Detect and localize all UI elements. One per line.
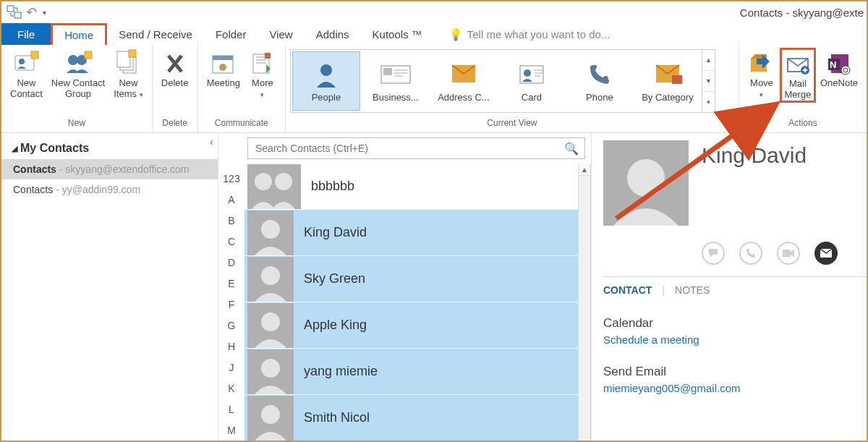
contact-email-link[interactable]: miemieyang005@gmail.com xyxy=(603,382,740,394)
new-items-button[interactable]: New Items ▾ xyxy=(109,48,147,101)
more-communicate-button[interactable]: More▾ xyxy=(244,48,281,101)
contact-row[interactable]: Sky Green xyxy=(244,256,590,302)
alpha-a[interactable]: A xyxy=(218,189,244,210)
tab-contact[interactable]: CONTACT xyxy=(603,284,652,297)
tab-send-receive[interactable]: Send / Receive xyxy=(107,23,204,45)
send-receive-all-icon[interactable] xyxy=(7,6,20,19)
qat-dropdown-icon[interactable]: ▾ xyxy=(43,9,46,17)
new-contact-group-icon xyxy=(64,49,92,78)
address-card-icon xyxy=(449,60,478,89)
window-title: Contacts - skyyang@exte xyxy=(740,7,867,19)
call-action-icon[interactable] xyxy=(739,242,762,265)
undo-icon[interactable]: ↶ xyxy=(26,4,37,20)
alpha-d[interactable]: D xyxy=(218,252,244,273)
list-scrollbar[interactable]: ▲ xyxy=(578,163,590,441)
search-icon[interactable]: 🔍 xyxy=(564,142,579,156)
send-email-section: Send Email miemieyang005@gmail.com xyxy=(603,365,867,394)
view-category-label: By Category xyxy=(642,92,694,103)
alpha-m[interactable]: M xyxy=(218,420,244,441)
contact-display-name: King David xyxy=(702,140,807,168)
view-phone[interactable]: Phone xyxy=(566,50,634,112)
my-contacts-header[interactable]: ◢ My Contacts xyxy=(1,140,218,159)
new-contact-button[interactable]: New Contact xyxy=(6,48,47,101)
nav-collapse-button[interactable]: ‹ xyxy=(210,136,213,148)
mail-merge-icon xyxy=(785,50,811,79)
new-contact-label: New Contact xyxy=(10,78,43,100)
contact-name: Apple King xyxy=(304,318,367,333)
gallery-scroll-down[interactable]: ▼ xyxy=(702,71,715,92)
avatar-icon xyxy=(247,164,301,209)
contact-list-pane: 123 A B C D E F G H J K L M 🔍 xyxy=(218,133,592,441)
ribbon-group-current-view: People Business... Address C... Card Pho… xyxy=(286,45,739,132)
search-input[interactable] xyxy=(254,142,564,155)
svg-rect-16 xyxy=(265,53,271,59)
alpha-b[interactable]: B xyxy=(218,210,244,231)
contact-name: bbbbbb xyxy=(311,179,354,194)
delete-button[interactable]: Delete xyxy=(157,48,193,90)
svg-rect-0 xyxy=(7,6,14,12)
alpha-l[interactable]: L xyxy=(218,399,244,420)
contact-row[interactable]: bbbbbb xyxy=(244,163,590,210)
view-people[interactable]: People xyxy=(292,51,360,111)
svg-rect-1 xyxy=(14,12,21,18)
ribbon-group-current-view-label: Current View xyxy=(286,118,739,132)
search-contacts-box[interactable]: 🔍 xyxy=(247,137,585,159)
tab-folder[interactable]: Folder xyxy=(204,23,258,45)
contact-row[interactable]: Apple King xyxy=(244,302,590,349)
view-by-category[interactable]: By Category xyxy=(634,50,702,112)
nav-item-contacts-yy[interactable]: Contacts - yy@addin99.com xyxy=(1,179,218,200)
ribbon-group-communicate: Meeting More▾ Communicate xyxy=(198,45,286,132)
move-button[interactable]: Move▾ xyxy=(744,48,780,101)
meeting-button[interactable]: Meeting xyxy=(203,48,244,90)
gallery-scroll-up[interactable]: ▲ xyxy=(702,50,715,71)
calendar-section: Calendar Schedule a meeting xyxy=(603,316,867,346)
contact-row[interactable]: Smith Nicol xyxy=(244,395,590,441)
mail-merge-button[interactable]: Mail Merge xyxy=(780,48,816,103)
ribbon-group-actions: Move▾ Mail Merge N OneNote Actions xyxy=(739,45,867,132)
nav-item-account: - yy@addin99.com xyxy=(53,184,140,195)
tab-addins[interactable]: Addins xyxy=(305,23,361,45)
alpha-f[interactable]: F xyxy=(218,294,244,315)
chat-action-icon[interactable] xyxy=(702,242,725,265)
svg-rect-11 xyxy=(129,50,136,57)
alpha-j[interactable]: J xyxy=(218,357,244,378)
email-action-icon[interactable] xyxy=(814,242,838,265)
tab-notes[interactable]: NOTES xyxy=(675,284,710,297)
tab-kutools[interactable]: Kutools ™ xyxy=(361,23,434,45)
svg-rect-24 xyxy=(672,75,682,84)
alpha-k[interactable]: K xyxy=(218,378,244,399)
nav-item-account: - skyyang@extendoffice.com xyxy=(56,163,190,175)
ribbon: New Contact New Contact Group New Items … xyxy=(1,45,867,133)
expand-caret-icon: ◢ xyxy=(12,144,17,153)
view-card[interactable]: Card xyxy=(498,50,566,112)
tab-view[interactable]: View xyxy=(258,23,304,45)
svg-rect-19 xyxy=(383,68,392,75)
schedule-meeting-link[interactable]: Schedule a meeting xyxy=(603,333,699,346)
alpha-h[interactable]: H xyxy=(218,336,244,357)
gallery-expand[interactable]: ▾ xyxy=(702,92,715,112)
reading-pane: King David CONTACT | NOTES Calendar Sche… xyxy=(592,133,867,441)
tab-file[interactable]: File xyxy=(1,23,51,45)
video-action-icon[interactable] xyxy=(777,242,800,265)
alpha-123[interactable]: 123 xyxy=(218,168,244,189)
view-address-card[interactable]: Address C... xyxy=(430,50,498,112)
svg-point-17 xyxy=(320,64,332,76)
tab-home[interactable]: Home xyxy=(51,23,107,45)
alpha-c[interactable]: C xyxy=(218,231,244,252)
tell-me-search[interactable]: 💡 Tell me what you want to do... xyxy=(448,23,610,45)
scroll-up-button[interactable]: ▲ xyxy=(579,163,590,176)
contact-row[interactable]: yang miemie xyxy=(244,349,590,395)
nav-item-contacts-skyyang[interactable]: Contacts - skyyang@extendoffice.com xyxy=(1,159,218,179)
avatar-icon xyxy=(247,396,294,441)
alpha-e[interactable]: E xyxy=(218,273,244,294)
onenote-button[interactable]: N OneNote xyxy=(816,48,862,90)
move-icon xyxy=(749,49,774,78)
view-business-card[interactable]: Business... xyxy=(362,50,430,112)
new-contact-group-label: New Contact Group xyxy=(51,78,105,100)
phone-view-icon xyxy=(587,60,612,89)
contact-row[interactable]: King David xyxy=(244,210,590,256)
new-items-label: New Items ▾ xyxy=(114,78,142,100)
new-contact-group-button[interactable]: New Contact Group xyxy=(47,48,109,101)
alpha-g[interactable]: G xyxy=(218,315,244,336)
view-address-label: Address C... xyxy=(438,92,490,103)
